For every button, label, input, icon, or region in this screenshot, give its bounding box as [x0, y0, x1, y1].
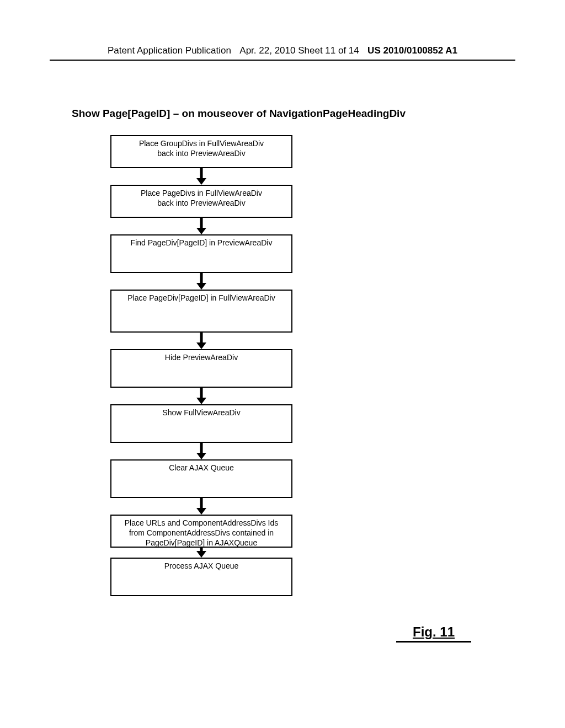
flow-step: Show FullViewAreaDiv	[110, 404, 292, 443]
flow-step-text: Clear AJAX Queue	[169, 463, 234, 473]
diagram-title: Show Page[PageID] – on mouseover of Navi…	[72, 108, 406, 120]
svg-marker-13	[196, 508, 206, 515]
flow-step: Place URLs and ComponentAddressDivs Idsf…	[110, 515, 292, 548]
svg-marker-11	[196, 453, 206, 459]
flow-step: Process AJAX Queue	[110, 558, 292, 596]
flow-step-text: from ComponentAddressDivs contained in	[129, 528, 274, 538]
flow-step-text: Place PageDivs in FullViewAreaDiv	[141, 188, 262, 198]
arrow-down-icon	[196, 218, 206, 234]
arrow-down-icon	[196, 333, 206, 349]
flow-step: Clear AJAX Queue	[110, 459, 292, 498]
page-header: Patent Application Publication Apr. 22, …	[50, 45, 515, 61]
arrow-down-icon	[196, 443, 206, 459]
arrow-down-icon	[196, 273, 206, 290]
flow-step-text: back into PreviewAreaDiv	[157, 148, 246, 158]
flow-step-text: PageDiv[PageID] in AJAXQueue	[146, 538, 257, 548]
arrow-down-icon	[196, 388, 206, 404]
flow-step-text: Hide PreviewAreaDiv	[165, 352, 238, 362]
figure-label: Fig. 11	[396, 624, 471, 643]
arrow-down-icon	[196, 168, 206, 185]
svg-marker-15	[196, 551, 206, 558]
header-patent-number: US 2010/0100852 A1	[367, 45, 457, 56]
flow-step-text: Find PageDiv[PageID] in PreviewAreaDiv	[131, 238, 273, 248]
flow-step: Place PageDiv[PageID] in FullViewAreaDiv	[110, 290, 292, 333]
flow-step-text: back into PreviewAreaDiv	[157, 198, 246, 208]
svg-marker-7	[196, 342, 206, 349]
arrow-down-icon	[196, 498, 206, 515]
flow-step: Place GroupDivs in FullViewAreaDivback i…	[110, 135, 292, 168]
flow-step: Find PageDiv[PageID] in PreviewAreaDiv	[110, 234, 292, 273]
flow-step: Hide PreviewAreaDiv	[110, 349, 292, 388]
flow-step-text: Place URLs and ComponentAddressDivs Ids	[125, 518, 279, 528]
arrow-down-icon	[196, 548, 206, 558]
header-sheet: Apr. 22, 2010 Sheet 11 of 14	[239, 45, 359, 56]
svg-marker-5	[196, 283, 206, 290]
flowchart: Place GroupDivs in FullViewAreaDivback i…	[110, 135, 292, 596]
svg-marker-3	[196, 228, 206, 234]
flow-step: Place PageDivs in FullViewAreaDivback in…	[110, 185, 292, 218]
svg-marker-9	[196, 398, 206, 404]
flow-step-text: Show FullViewAreaDiv	[162, 408, 240, 417]
flow-step-text: Place GroupDivs in FullViewAreaDiv	[139, 138, 264, 148]
header-publication: Patent Application Publication	[108, 45, 231, 56]
flow-step-text: Place PageDiv[PageID] in FullViewAreaDiv	[127, 293, 275, 303]
flow-step-text: Process AJAX Queue	[164, 561, 239, 571]
svg-marker-1	[196, 178, 206, 185]
